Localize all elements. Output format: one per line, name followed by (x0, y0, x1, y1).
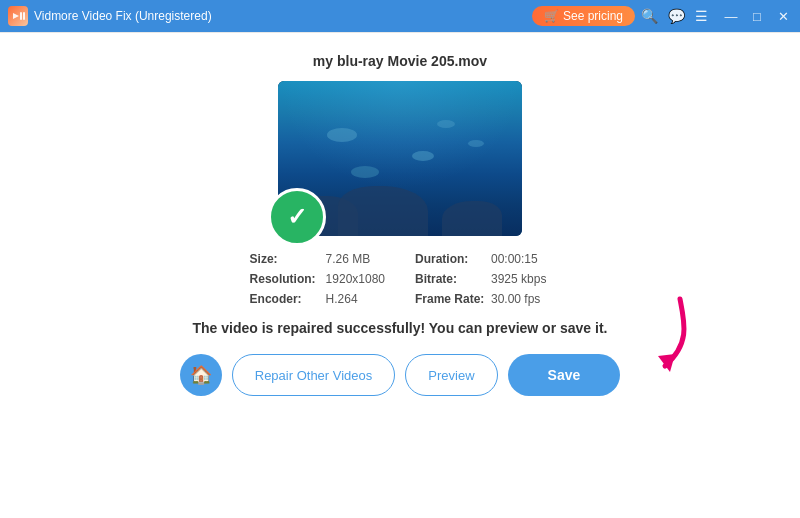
rock-2 (338, 186, 428, 236)
fish-4 (351, 166, 379, 178)
toolbar-icons: 🔍 💬 ☰ (641, 8, 708, 24)
search-icon[interactable]: 🔍 (641, 8, 658, 24)
fish-2 (412, 151, 434, 161)
check-icon: ✓ (287, 203, 307, 231)
framerate-label: Frame Rate: (415, 292, 485, 306)
app-title: Vidmore Video Fix (Unregistered) (34, 9, 212, 23)
size-label: Size: (250, 252, 320, 266)
preview-button[interactable]: Preview (405, 354, 497, 396)
repair-other-button[interactable]: Repair Other Videos (232, 354, 396, 396)
rock-3 (442, 201, 502, 236)
video-filename: my blu-ray Movie 205.mov (313, 53, 487, 69)
fish-3 (437, 120, 455, 128)
window-controls: — □ ✕ (722, 7, 792, 25)
success-message: The video is repaired successfully! You … (193, 320, 608, 336)
resolution-value: 1920x1080 (326, 272, 385, 286)
meta-duration: Duration: 00:00:15 (415, 252, 550, 266)
svg-rect-2 (23, 12, 25, 20)
success-checkmark: ✓ (268, 188, 326, 246)
meta-framerate: Frame Rate: 30.00 fps (415, 292, 550, 306)
video-container: ✓ (278, 81, 522, 236)
duration-label: Duration: (415, 252, 485, 266)
size-value: 7.26 MB (326, 252, 371, 266)
meta-resolution: Resolution: 1920x1080 (250, 272, 385, 286)
duration-value: 00:00:15 (491, 252, 538, 266)
home-button[interactable]: 🏠 (180, 354, 222, 396)
see-pricing-button[interactable]: 🛒 See pricing (532, 6, 635, 26)
action-buttons: 🏠 Repair Other Videos Preview Save (180, 354, 621, 396)
resolution-label: Resolution: (250, 272, 320, 286)
title-bar-left: Vidmore Video Fix (Unregistered) (8, 6, 212, 26)
encoder-label: Encoder: (250, 292, 320, 306)
close-button[interactable]: ✕ (774, 7, 792, 25)
main-content: my blu-ray Movie 205.mov ✓ (0, 33, 800, 412)
bitrate-value: 3925 kbps (491, 272, 546, 286)
meta-bitrate: Bitrate: 3925 kbps (415, 272, 550, 286)
cart-icon: 🛒 (544, 9, 559, 23)
minimize-button[interactable]: — (722, 7, 740, 25)
menu-icon[interactable]: ☰ (695, 8, 708, 24)
svg-marker-3 (658, 354, 675, 372)
save-button[interactable]: Save (508, 354, 621, 396)
framerate-value: 30.00 fps (491, 292, 540, 306)
video-metadata: Size: 7.26 MB Duration: 00:00:15 Resolut… (250, 252, 551, 306)
title-bar-right: 🛒 See pricing 🔍 💬 ☰ — □ ✕ (532, 6, 792, 26)
home-icon: 🏠 (190, 364, 212, 386)
fish-1 (327, 128, 357, 142)
svg-rect-1 (20, 12, 22, 20)
title-bar: Vidmore Video Fix (Unregistered) 🛒 See p… (0, 0, 800, 32)
fish-5 (468, 140, 484, 147)
bitrate-label: Bitrate: (415, 272, 485, 286)
chat-icon[interactable]: 💬 (668, 8, 685, 24)
encoder-value: H.264 (326, 292, 358, 306)
arrow-annotation (610, 294, 700, 374)
app-logo (8, 6, 28, 26)
maximize-button[interactable]: □ (748, 7, 766, 25)
meta-encoder: Encoder: H.264 (250, 292, 385, 306)
meta-size: Size: 7.26 MB (250, 252, 385, 266)
